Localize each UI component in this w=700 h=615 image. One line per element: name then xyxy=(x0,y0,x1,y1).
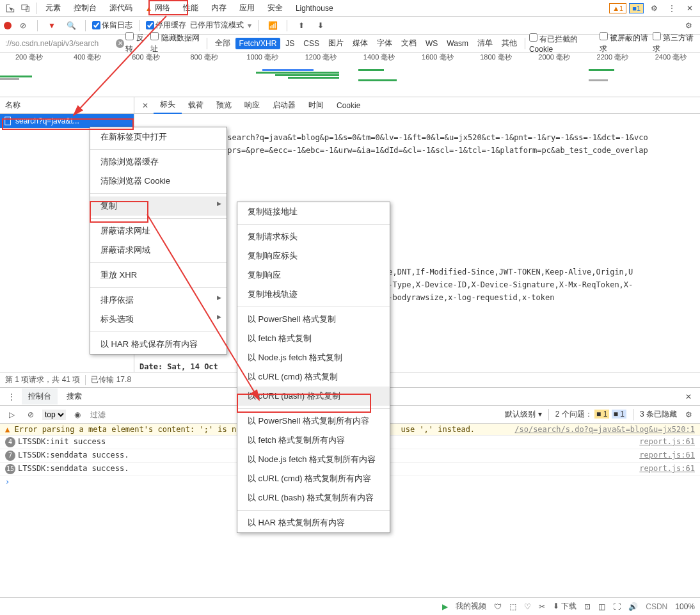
tab-network[interactable]: ▲网络 xyxy=(139,0,177,17)
blocked-checkbox[interactable]: 被屏蔽的请求 xyxy=(600,32,651,54)
device-icon[interactable] xyxy=(18,1,33,16)
download-icon[interactable]: ⬇ xyxy=(313,18,328,33)
menu-copy-curl-bash[interactable]: 以 cURL (bash) 格式复制 xyxy=(237,387,390,406)
type-img[interactable]: 图片 xyxy=(324,36,347,50)
extension-icon[interactable]: ⬚ xyxy=(509,602,516,611)
clear-console-icon[interactable]: ⊘ xyxy=(23,407,38,422)
preserve-log-checkbox[interactable]: 保留日志 xyxy=(92,20,132,31)
close-drawer-icon[interactable]: ✕ xyxy=(681,389,696,404)
thirdparty-checkbox[interactable]: 第三方请求 xyxy=(653,32,697,54)
type-other[interactable]: 其他 xyxy=(498,36,521,50)
menu-clear-cookies[interactable]: 清除浏览器 Cookie xyxy=(90,172,227,191)
type-css[interactable]: CSS xyxy=(299,38,323,49)
gear-icon[interactable]: ⚙ xyxy=(646,1,662,16)
menu-copy-res-headers[interactable]: 复制响应标头 xyxy=(237,246,390,266)
heart-icon[interactable]: ♡ xyxy=(524,602,531,611)
gear-icon[interactable]: ⚙ xyxy=(681,18,696,33)
menu-copy-all-fetch[interactable]: 以 fetch 格式复制所有内容 xyxy=(237,431,390,450)
menu-save-har[interactable]: 以 HAR 格式保存所有内容 xyxy=(90,335,227,354)
close-icon[interactable]: ✕ xyxy=(682,1,697,16)
source-link[interactable]: report.js:61 xyxy=(639,464,695,474)
more-icon[interactable]: ⋮ xyxy=(664,1,680,16)
issues-label[interactable]: 2 个问题： ■ 1 ■ 1 xyxy=(555,409,626,420)
menu-sort[interactable]: 排序依据 xyxy=(90,291,227,310)
tab-sources[interactable]: 源代码 xyxy=(103,0,139,17)
type-all[interactable]: 全部 xyxy=(211,36,234,50)
inspect-icon[interactable] xyxy=(3,1,18,16)
tab-application[interactable]: 应用 xyxy=(233,0,261,17)
timeline[interactable]: 200 毫秒400 毫秒600 毫秒800 毫秒1000 毫秒1200 毫秒14… xyxy=(0,52,700,97)
request-row[interactable]: search?q=java&t... xyxy=(0,114,134,128)
shield-icon[interactable]: 🛡 xyxy=(494,602,502,611)
dtab-timing[interactable]: 时间 xyxy=(302,97,330,113)
hidden-count[interactable]: 3 条已隐藏 xyxy=(640,409,677,420)
menu-copy-all-curl-bash[interactable]: 以 cURL (bash) 格式复制所有内容 xyxy=(237,488,390,507)
source-link[interactable]: report.js:61 xyxy=(639,451,695,461)
type-doc[interactable]: 文档 xyxy=(397,36,420,50)
dtab-cookie[interactable]: Cookie xyxy=(330,99,367,113)
more-icon[interactable]: ⋮ xyxy=(4,389,19,404)
sound-icon[interactable]: 🔊 xyxy=(628,602,638,611)
menu-copy-stack[interactable]: 复制堆栈轨迹 xyxy=(237,285,390,304)
menu-copy-nodefetch[interactable]: 以 Node.js fetch 格式复制 xyxy=(237,348,390,367)
column-name[interactable]: 名称 xyxy=(0,97,134,114)
pip-icon[interactable]: ⊡ xyxy=(584,602,591,611)
console-filter-input[interactable] xyxy=(89,409,217,420)
close-detail-icon[interactable]: ✕ xyxy=(137,99,154,113)
throttle-select[interactable]: 已停用节流模式 xyxy=(190,20,244,31)
menu-copy-all-powershell[interactable]: 以 PowerShell 格式复制所有内容 xyxy=(237,411,390,431)
menu-header-options[interactable]: 标头选项 xyxy=(90,310,227,329)
issues-badge[interactable]: ■ 1 xyxy=(629,3,644,13)
menu-copy-all-curl-cmd[interactable]: 以 cURL (cmd) 格式复制所有内容 xyxy=(237,469,390,488)
tab-lighthouse[interactable]: Lighthouse xyxy=(289,0,340,17)
type-fetch-xhr[interactable]: Fetch/XHR xyxy=(235,38,281,49)
blocked-cookie-checkbox[interactable]: 有已拦截的 Cookie xyxy=(529,33,598,54)
source-link[interactable]: /so/search/s.do?q=java&t=blog&u=jx520:1 xyxy=(514,425,695,434)
tab-console[interactable]: 控制台 xyxy=(67,0,103,17)
menu-clear-cache[interactable]: 清除浏览器缓存 xyxy=(90,152,227,172)
menu-block-domain[interactable]: 屏蔽请求网域 xyxy=(90,241,227,260)
menu-replay-xhr[interactable]: 重放 XHR xyxy=(90,266,227,285)
menu-copy-all-nodefetch[interactable]: 以 Node.js fetch 格式复制所有内容 xyxy=(237,450,390,469)
wifi-icon[interactable]: 📶 xyxy=(265,18,280,33)
menu-copy-response[interactable]: 复制响应 xyxy=(237,266,390,285)
menu-copy-req-headers[interactable]: 复制请求标头 xyxy=(237,227,390,246)
menu-block-url[interactable]: 屏蔽请求网址 xyxy=(90,221,227,241)
menu-copy-powershell[interactable]: 以 PowerShell 格式复制 xyxy=(237,310,390,329)
type-font[interactable]: 字体 xyxy=(373,36,396,50)
play-icon[interactable]: ▷ xyxy=(4,407,19,422)
menu-copy[interactable]: 复制 xyxy=(90,196,227,216)
type-wasm[interactable]: Wasm xyxy=(443,38,472,49)
search-icon[interactable]: 🔍 xyxy=(63,18,79,33)
record-icon[interactable] xyxy=(4,22,12,29)
download-icon[interactable]: ⬇ 下载 xyxy=(553,601,577,612)
dtab-headers[interactable]: 标头 xyxy=(154,97,182,114)
zoom-label[interactable]: 100% xyxy=(675,602,695,611)
type-ws[interactable]: WS xyxy=(422,38,441,49)
filter-icon[interactable]: ▼ xyxy=(44,18,60,33)
menu-copy-link[interactable]: 复制链接地址 xyxy=(237,202,390,221)
filter-input[interactable] xyxy=(3,38,115,49)
crop-icon[interactable]: ◫ xyxy=(598,602,605,611)
tab-performance[interactable]: 性能 xyxy=(177,0,205,17)
dtab-response[interactable]: 响应 xyxy=(238,97,266,113)
tab-security[interactable]: 安全 xyxy=(261,0,289,17)
dtab-payload[interactable]: 载荷 xyxy=(182,97,210,113)
video-label[interactable]: 我的视频 xyxy=(456,601,486,612)
warnings-badge[interactable]: ▲ 1 xyxy=(609,3,626,13)
disable-cache-checkbox[interactable]: 停用缓存 xyxy=(146,20,186,31)
menu-copy-all-har[interactable]: 以 HAR 格式复制所有内容 xyxy=(237,513,390,532)
ctab-console[interactable]: 控制台 xyxy=(22,388,58,404)
type-manifest[interactable]: 清单 xyxy=(473,36,497,50)
clear-icon[interactable]: ⊘ xyxy=(15,18,31,33)
type-js[interactable]: JS xyxy=(282,38,298,49)
play-icon[interactable]: ▶ xyxy=(442,602,448,611)
dtab-initiator[interactable]: 启动器 xyxy=(266,97,302,113)
source-link[interactable]: report.js:61 xyxy=(639,437,695,447)
hide-data-checkbox[interactable]: 隐藏数据网址 xyxy=(150,32,202,54)
fullscreen-icon[interactable]: ⛶ xyxy=(613,602,621,611)
menu-copy-fetch[interactable]: 以 fetch 格式复制 xyxy=(237,329,390,348)
menu-copy-curl-cmd[interactable]: 以 cURL (cmd) 格式复制 xyxy=(237,367,390,387)
eye-icon[interactable]: ◉ xyxy=(70,407,85,422)
dtab-preview[interactable]: 预览 xyxy=(210,97,238,113)
